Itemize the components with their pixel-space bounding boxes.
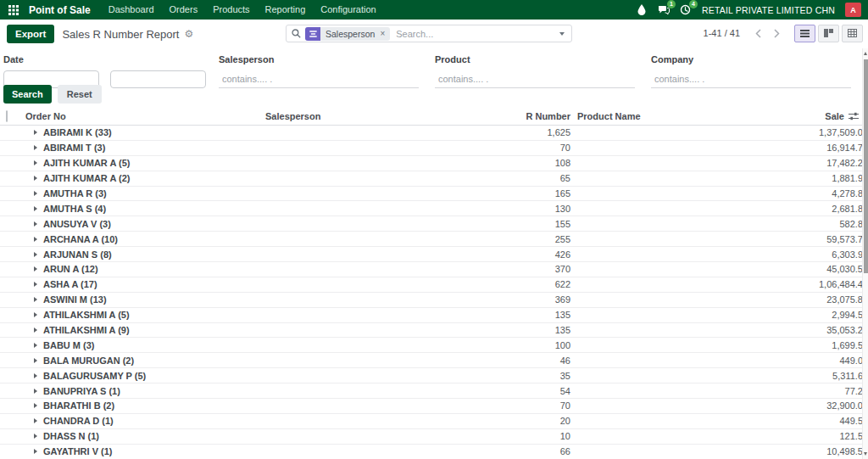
app-name[interactable]: Point of Sale — [22, 4, 101, 16]
expand-caret-icon[interactable] — [34, 343, 37, 348]
table-row[interactable]: AJITH KUMAR A (5) 108 17,482.2 — [0, 156, 868, 171]
expand-caret-icon[interactable] — [34, 237, 37, 242]
expand-caret-icon[interactable] — [34, 252, 37, 257]
column-product-name[interactable]: Product Name — [570, 111, 723, 121]
expand-caret-icon[interactable] — [34, 403, 37, 408]
search-input[interactable]: Search... — [396, 29, 553, 39]
company-input[interactable] — [651, 71, 851, 88]
scroll-down-arrow-icon[interactable] — [864, 452, 867, 456]
group-r-number: 100 — [435, 340, 570, 350]
column-r-number[interactable]: R Number — [435, 111, 570, 121]
expand-caret-icon[interactable] — [34, 160, 37, 165]
group-sale: 2,994.5 — [723, 310, 868, 320]
table-row[interactable]: ABIRAMI T (3) 70 16,914.7 — [0, 141, 868, 156]
export-button[interactable]: Export — [7, 25, 54, 43]
table-row[interactable]: ATHILAKSHMI A (9) 135 35,053.2 — [0, 323, 868, 339]
scroll-up-arrow-icon[interactable] — [864, 52, 867, 55]
column-salesperson[interactable]: Salesperson — [265, 111, 435, 121]
group-r-number: 65 — [435, 173, 570, 183]
select-all-checkbox[interactable] — [6, 110, 8, 122]
activities-icon[interactable]: 4 — [680, 4, 692, 16]
menu-dashboard[interactable]: Dashboard — [101, 0, 162, 20]
group-r-number: 66 — [435, 446, 570, 456]
table-row[interactable]: BHARATHI B (2) 70 32,900.0 — [0, 399, 868, 414]
expand-caret-icon[interactable] — [34, 176, 37, 181]
expand-caret-icon[interactable] — [34, 206, 37, 211]
expand-caret-icon[interactable] — [34, 434, 37, 439]
control-panel: Export Sales R Number Report ⚙ Salespers… — [0, 20, 868, 48]
table-row[interactable]: BABU M (3) 100 1,699.5 — [0, 338, 868, 353]
expand-caret-icon[interactable] — [34, 297, 37, 302]
table-row[interactable]: BALAGURUSAMY P (5) 35 5,311.6 — [0, 368, 868, 383]
expand-caret-icon[interactable] — [34, 130, 37, 135]
expand-caret-icon[interactable] — [34, 373, 37, 378]
table-row[interactable]: ATHILAKSHMI A (5) 135 2,994.5 — [0, 308, 868, 323]
table-row[interactable]: BALA MURUGAN (2) 46 449.0 — [0, 353, 868, 368]
expand-caret-icon[interactable] — [34, 221, 37, 227]
expand-caret-icon[interactable] — [34, 449, 37, 454]
table-row[interactable]: DHASS N (1) 10 121.5 — [0, 429, 868, 445]
menu-orders[interactable]: Orders — [162, 0, 206, 20]
group-name: AMUTHA R (3) — [43, 188, 107, 199]
table-row[interactable]: ABIRAMI K (33) 1,625 1,37,509.0 — [0, 126, 868, 141]
date-label: Date — [3, 54, 214, 64]
vertical-scrollbar[interactable] — [862, 48, 868, 459]
table-row[interactable]: ASHA A (17) 622 1,06,484.4 — [0, 277, 868, 293]
column-sale[interactable]: Sale — [825, 111, 844, 121]
group-r-number: 369 — [435, 294, 570, 305]
expand-caret-icon[interactable] — [34, 145, 37, 150]
search-dropdown-toggle[interactable] — [553, 25, 571, 42]
search-bar[interactable]: Salesperson × Search... — [286, 25, 572, 42]
column-order-no[interactable]: Order No — [25, 111, 265, 121]
product-input[interactable] — [435, 71, 635, 88]
expand-caret-icon[interactable] — [34, 191, 37, 196]
group-r-number: 70 — [435, 400, 570, 411]
group-r-number: 20 — [435, 416, 570, 426]
expand-caret-icon[interactable] — [34, 358, 37, 363]
table-row[interactable]: AMUTHA S (4) 130 2,681.8 — [0, 201, 868, 216]
table-row[interactable]: ARUN A (12) 370 45,030.5 — [0, 262, 868, 277]
table-row[interactable]: AMUTHA R (3) 165 4,278.8 — [0, 187, 868, 202]
messages-icon[interactable]: 1 — [658, 4, 670, 16]
table-row[interactable]: ARCHANA A (10) 255 59,573.7 — [0, 232, 868, 247]
pager-previous-button[interactable] — [748, 24, 767, 42]
group-r-number: 426 — [435, 249, 570, 260]
table-row[interactable]: GAYATHRI V (1) 66 10,498.5 — [0, 445, 868, 459]
expand-caret-icon[interactable] — [34, 282, 37, 287]
table-row[interactable]: AJITH KUMAR A (2) 65 1,881.9 — [0, 171, 868, 187]
adjust-columns-icon[interactable] — [849, 112, 859, 120]
user-avatar[interactable]: A — [845, 3, 861, 17]
menu-reporting[interactable]: Reporting — [258, 0, 314, 20]
gear-icon[interactable]: ⚙ — [184, 28, 193, 40]
groupby-facet[interactable]: Salesperson × — [305, 27, 390, 41]
expand-caret-icon[interactable] — [34, 418, 37, 423]
facet-remove-icon[interactable]: × — [379, 29, 390, 38]
reset-button[interactable]: Reset — [58, 85, 102, 104]
company-switcher[interactable]: RETAIL PRIVATE LIMITED CHN — [702, 5, 835, 15]
apps-grid-icon[interactable] — [5, 0, 22, 20]
table-row[interactable]: BANUPRIYA S (1) 54 77.2 — [0, 383, 868, 399]
expand-caret-icon[interactable] — [34, 266, 37, 271]
expand-caret-icon[interactable] — [34, 389, 37, 394]
menu-products[interactable]: Products — [205, 0, 257, 20]
expand-caret-icon[interactable] — [34, 312, 37, 317]
salesperson-input[interactable] — [219, 71, 419, 88]
salesperson-label: Salesperson — [219, 54, 419, 64]
table-row[interactable]: ANUSUYA V (3) 155 582.8 — [0, 216, 868, 232]
droplet-icon[interactable] — [636, 4, 648, 16]
expand-caret-icon[interactable] — [34, 327, 37, 333]
table-row[interactable]: CHANDRA D (1) 20 449.5 — [0, 414, 868, 429]
search-button[interactable]: Search — [3, 85, 52, 104]
nav-menus: DashboardOrdersProductsReportingConfigur… — [101, 0, 384, 20]
table-row[interactable]: ASWINI M (13) 369 23,075.8 — [0, 293, 868, 308]
pivot-view-button[interactable] — [842, 25, 863, 42]
list-view-button[interactable] — [794, 25, 815, 42]
menu-configuration[interactable]: Configuration — [313, 0, 383, 20]
table-row[interactable]: ARJUNAN S (8) 426 6,303.9 — [0, 247, 868, 262]
group-sale: 45,030.5 — [723, 264, 868, 274]
facet-label: Salesperson — [320, 29, 379, 39]
kanban-view-button[interactable] — [818, 25, 839, 42]
scrollbar-thumb[interactable] — [864, 59, 868, 273]
date-to-input[interactable] — [110, 70, 206, 88]
pager-next-button[interactable] — [767, 24, 786, 42]
